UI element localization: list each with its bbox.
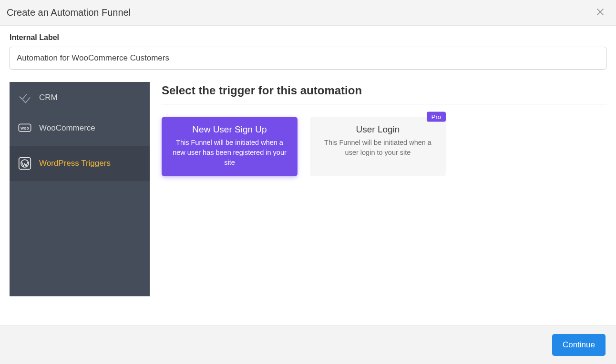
svg-text:woo: woo [20, 126, 29, 131]
pro-badge: Pro [427, 112, 446, 122]
internal-label-section: Internal Label [0, 26, 616, 70]
sidebar-item-label: WordPress Triggers [39, 159, 111, 168]
trigger-selection-area: CRM woo WooCommerce WordPress Triggers [0, 70, 616, 296]
sidebar-item-label: WooCommerce [39, 123, 95, 133]
sidebar-item-crm[interactable]: CRM [10, 82, 150, 111]
close-button[interactable] [595, 8, 606, 18]
continue-button[interactable]: Continue [552, 334, 606, 356]
trigger-card-user-login[interactable]: Pro User Login This Funnel will be initi… [310, 117, 446, 176]
modal-header: Create an Automation Funnel [0, 0, 616, 26]
modal-footer: Continue [0, 325, 616, 364]
internal-label-text: Internal Label [10, 33, 606, 42]
sidebar-item-label: CRM [39, 93, 58, 102]
section-title: Select the trigger for this automation [162, 84, 606, 104]
internal-label-input[interactable] [10, 47, 606, 70]
crm-icon [18, 91, 31, 104]
page-title: Create an Automation Funnel [7, 7, 131, 18]
woo-icon: woo [18, 121, 31, 135]
trigger-category-sidebar: CRM woo WooCommerce WordPress Triggers [10, 82, 150, 296]
wordpress-icon [18, 157, 31, 170]
sidebar-item-woocommerce[interactable]: woo WooCommerce [10, 111, 150, 146]
trigger-content: Select the trigger for this automation N… [162, 82, 606, 296]
trigger-card-new-user-signup[interactable]: New User Sign Up This Funnel will be ini… [162, 117, 298, 176]
trigger-card-title: New User Sign Up [171, 124, 288, 135]
sidebar-item-wordpress[interactable]: WordPress Triggers [10, 146, 150, 181]
close-icon [597, 9, 604, 17]
trigger-card-title: User Login [319, 124, 436, 135]
trigger-card-row: New User Sign Up This Funnel will be ini… [162, 117, 606, 176]
trigger-card-desc: This Funnel will be initiated when a use… [319, 138, 436, 158]
trigger-card-desc: This Funnel will be initiated when a new… [171, 138, 288, 168]
